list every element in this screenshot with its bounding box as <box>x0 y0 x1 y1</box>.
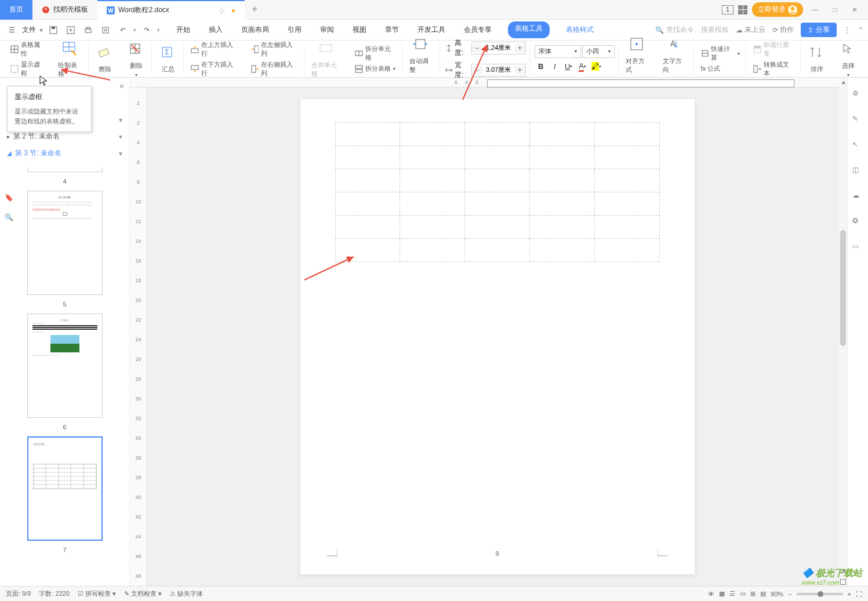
more-menu-icon[interactable]: ⋮ <box>844 26 851 34</box>
formula-button[interactable]: fx 公式 <box>699 63 723 74</box>
zoom-in-button[interactable]: + <box>848 591 851 598</box>
menu-tab-table-style[interactable]: 表格样式 <box>564 21 596 38</box>
thumbnail-5[interactable]: 第六章 插图Lorem ipsum lorem ipsum lorem ipsu… <box>27 191 103 295</box>
tab-template[interactable]: 找稻壳模板 <box>32 0 97 20</box>
status-words[interactable]: 字数: 2220 <box>39 589 70 598</box>
menu-tab-start[interactable]: 开始 <box>174 21 193 38</box>
rt-cloud-icon[interactable]: ☁ <box>852 191 864 203</box>
maximize-button[interactable]: □ <box>827 2 842 17</box>
width-spinner[interactable]: −+ <box>471 64 526 77</box>
italic-button[interactable]: I <box>549 60 561 73</box>
status-zoom[interactable]: 90% <box>771 591 783 598</box>
document-page[interactable]: 9 <box>300 99 695 574</box>
font-name-select[interactable]: 宋体▾ <box>535 45 581 58</box>
font-size-select[interactable]: 小四▾ <box>582 45 615 58</box>
text-direction-button[interactable]: A文字方向▾ <box>660 35 689 83</box>
zoom-out-button[interactable]: − <box>788 591 791 598</box>
share-button[interactable]: ⇪ 分享 <box>801 23 837 37</box>
save-as-icon[interactable] <box>64 23 78 37</box>
document-scroll[interactable]: 9 <box>147 88 847 586</box>
rt-panel-icon[interactable]: ▭ <box>852 242 864 254</box>
insert-row-below-button[interactable]: 在下方插入行 <box>188 59 240 79</box>
collapse-ribbon-icon[interactable]: ⌃ <box>858 26 863 34</box>
height-spinner[interactable]: −+ <box>471 42 526 54</box>
tab-home[interactable]: 首页 <box>0 0 32 20</box>
convert-text-button[interactable]: 转换成文本 <box>751 59 797 79</box>
menu-tab-member[interactable]: 会员专享 <box>462 21 494 38</box>
select-button[interactable]: 选择▾ <box>837 39 860 79</box>
thumbnail-7[interactable]: 表格标题 <box>27 436 103 541</box>
collab-button[interactable]: ⟳ 协作 <box>772 25 794 35</box>
document-table[interactable] <box>335 122 660 262</box>
rt-cursor-icon[interactable]: ↖ <box>852 140 864 152</box>
rt-settings-icon[interactable]: ⚙ <box>852 89 864 101</box>
scrollbar-thumb[interactable] <box>840 230 846 346</box>
status-view-1-icon[interactable]: ▦ <box>719 590 725 598</box>
bold-button[interactable]: B <box>535 60 547 73</box>
fast-calc-button[interactable]: 快速计算▾ <box>699 43 743 63</box>
rt-layers-icon[interactable]: ◫ <box>852 166 864 177</box>
status-missing-font[interactable]: ⚠ 缺失字体 <box>170 589 203 598</box>
vertical-scrollbar[interactable]: ▲ ▼ <box>839 78 847 586</box>
status-view-4-icon[interactable]: ⊞ <box>750 590 756 598</box>
search-nav-icon[interactable]: 🔍 <box>5 213 13 221</box>
insert-row-above-button[interactable]: 在上方插入行 <box>188 39 240 59</box>
zoom-slider[interactable] <box>797 593 843 595</box>
status-view-5-icon[interactable]: ▤ <box>760 590 766 598</box>
menu-tab-ref[interactable]: 引用 <box>285 21 304 38</box>
split-cells-button[interactable]: 拆分单元格 <box>353 43 398 63</box>
sort-button[interactable]: 排序 <box>805 43 829 75</box>
underline-button[interactable]: U▾ <box>562 60 575 73</box>
nav-section-3[interactable]: ◢第 3 节: 未命名▾ <box>0 145 129 162</box>
login-button[interactable]: 立即登录 <box>752 2 803 17</box>
menu-tab-layout[interactable]: 页面布局 <box>239 21 271 38</box>
summary-button[interactable]: Σ汇总 <box>157 43 180 75</box>
bookmark-icon[interactable]: 🔖 <box>5 194 13 202</box>
highlight-button[interactable]: 🖍▾ <box>590 60 603 73</box>
menu-tab-insert[interactable]: 插入 <box>206 21 225 38</box>
font-color-button[interactable]: A▾ <box>576 60 589 73</box>
status-spellcheck[interactable]: ☑ 拼写检查 ▾ <box>78 589 116 598</box>
table-properties-button[interactable]: 表格属性 <box>8 39 48 59</box>
tab-document[interactable]: W Word教程2.docx ◇ ● <box>97 0 245 20</box>
redo-icon[interactable]: ↷ <box>140 23 154 37</box>
rt-help-icon[interactable]: ✪ <box>852 217 864 228</box>
width-input[interactable] <box>482 67 515 74</box>
status-fullscreen-icon[interactable]: ⛶ <box>856 591 862 598</box>
delete-button[interactable]: 删除▾ <box>125 39 148 79</box>
status-view-3-icon[interactable]: ▭ <box>740 590 746 598</box>
height-input[interactable] <box>482 45 515 52</box>
window-count-icon[interactable]: 1 <box>722 5 733 14</box>
print-icon[interactable] <box>81 23 95 37</box>
status-eye-icon[interactable]: 👁 <box>708 591 714 598</box>
tab-pin-icon[interactable]: ◇ <box>219 6 224 14</box>
nav-close-button[interactable]: ✕ <box>119 82 125 90</box>
split-table-button[interactable]: 拆分表格▾ <box>353 63 398 74</box>
save-icon[interactable] <box>46 23 60 37</box>
minimize-button[interactable]: — <box>808 2 823 17</box>
insert-col-left-button[interactable]: 在左侧插入列 <box>249 39 300 59</box>
status-page[interactable]: 页面: 9/9 <box>6 589 31 598</box>
undo-icon[interactable]: ↶ <box>116 23 130 37</box>
cloud-status[interactable]: ☁ 未上云 <box>736 25 765 35</box>
rt-pen-icon[interactable]: ✎ <box>852 115 864 126</box>
status-contentcheck[interactable]: ✎ 文档检查 ▾ <box>124 589 162 598</box>
apps-icon[interactable] <box>738 5 747 14</box>
thumbnail-6[interactable]: 6.2标题lorem ipsumipsum loremipsum lorem i… <box>27 314 103 418</box>
autofit-button[interactable]: 自动调整▾ <box>407 35 436 83</box>
align-button[interactable]: 对齐方式▾ <box>623 35 652 83</box>
menu-tab-table-tools[interactable]: 表格工具 <box>508 21 550 38</box>
menu-hamburger-icon[interactable]: ☰ <box>5 23 19 37</box>
search-box[interactable]: 🔍 查找命令、搜索模板 <box>655 25 729 35</box>
menu-tab-review[interactable]: 审阅 <box>318 21 336 38</box>
file-menu[interactable]: 文件 <box>22 25 36 35</box>
insert-col-right-button[interactable]: 在右侧插入列 <box>249 59 300 79</box>
tab-add-button[interactable]: + <box>245 3 265 16</box>
menu-tab-section[interactable]: 章节 <box>383 21 401 38</box>
menu-tab-view[interactable]: 视图 <box>350 21 369 38</box>
draw-table-button[interactable]: 绘制表格 <box>56 39 85 79</box>
status-view-2-icon[interactable]: ☰ <box>729 590 735 598</box>
close-button[interactable]: ✕ <box>847 2 862 17</box>
print-preview-icon[interactable] <box>99 23 112 37</box>
eraser-button[interactable]: 擦除 <box>93 43 117 75</box>
